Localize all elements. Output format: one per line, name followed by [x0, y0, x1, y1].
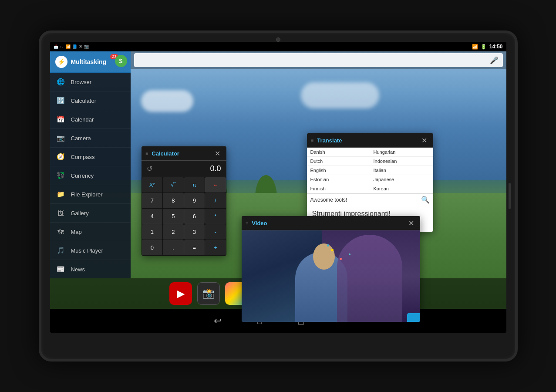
gallery-icon: 🖼	[56, 208, 66, 218]
sidebar: ⚡ Multitasking 23 $ 🌐 Browser 🔢 Calculat…	[50, 51, 131, 278]
lang-indonesian[interactable]: Indonesian	[370, 157, 433, 166]
calculator-display: ↺ 0.0	[142, 161, 226, 177]
status-bar-left: 📩 ↑↓ 📶 📘 ✉ 📷	[54, 44, 89, 49]
calc-btn-sqrt[interactable]: √‾	[163, 177, 184, 193]
sidebar-item-currency[interactable]: 💱 Currency	[50, 166, 131, 185]
calc-btn-5[interactable]: 5	[163, 209, 184, 224]
sidebar-item-camera[interactable]: 📷 Camera	[50, 129, 131, 148]
sidebar-item-file-explorer[interactable]: 📁 File Explorer	[50, 185, 131, 204]
lang-english[interactable]: English	[307, 166, 370, 175]
compass-icon: 🧭	[56, 152, 66, 162]
sidebar-item-label: Compass	[71, 154, 95, 160]
music-icon: 🎵	[56, 246, 66, 255]
video-close-button[interactable]: ✕	[407, 219, 416, 227]
calc-btn-7[interactable]: 7	[142, 193, 163, 208]
lang-hungarian[interactable]: Hungarian	[370, 148, 433, 157]
currency-icon: 💱	[56, 171, 66, 180]
sidebar-header[interactable]: ⚡ Multitasking 23 $	[50, 51, 131, 73]
camera-icon: 📷	[56, 133, 66, 143]
sidebar-item-map[interactable]: 🗺 Map	[50, 223, 131, 241]
back-button[interactable]: ↩	[214, 315, 222, 327]
calc-btn-del[interactable]: ←	[205, 177, 226, 193]
sidebar-item-label: Browser	[71, 79, 92, 85]
calc-btn-2[interactable]: 2	[163, 224, 184, 240]
calculator-close-button[interactable]: ✕	[213, 149, 222, 158]
calc-btn-0[interactable]: 0	[142, 240, 163, 255]
calc-btn-divide[interactable]: /	[205, 193, 226, 208]
search-bar-container: 🎤	[131, 51, 506, 69]
calculator-window: ≡ Calculator ✕ ↺ 0.0 X² √‾ π ← 7 8 9 / 4…	[142, 146, 226, 256]
sidebar-item-label: Currency	[71, 172, 94, 179]
lang-italian[interactable]: Italian	[370, 166, 433, 175]
translate-title: Translate	[317, 137, 416, 144]
sidebar-item-label: File Explorer	[71, 191, 103, 198]
tablet-screen: 📩 ↑↓ 📶 📘 ✉ 📷 📶 🔋 14:50	[50, 42, 506, 333]
calc-btn-1[interactable]: 1	[142, 224, 163, 240]
speaker-grille	[509, 183, 511, 209]
multitasking-icon: ⚡	[55, 56, 67, 68]
sidebar-item-label: Calendar	[71, 116, 94, 123]
translate-window-header[interactable]: ≡ Translate ✕	[307, 133, 433, 148]
calendar-icon: 📅	[56, 115, 66, 124]
lang-dutch[interactable]: Dutch	[307, 157, 370, 166]
file-explorer-icon: 📁	[56, 189, 66, 199]
sidebar-money-icon: $	[115, 55, 127, 67]
translate-language-grid: Danish Hungarian Dutch Indonesian Englis…	[307, 148, 433, 193]
translate-search-icon[interactable]: 🔍	[421, 196, 430, 204]
sidebar-item-label: News	[71, 266, 85, 273]
calc-btn-4[interactable]: 4	[142, 209, 163, 224]
calculator-keypad: X² √‾ π ← 7 8 9 / 4 5 6 * 1 2 3 - 0 . = …	[142, 177, 226, 256]
lang-korean[interactable]: Korean	[370, 184, 433, 193]
calc-btn-decimal[interactable]: .	[163, 240, 184, 255]
news-icon: 📰	[56, 264, 66, 274]
calculator-window-header[interactable]: ≡ Calculator ✕	[142, 146, 226, 161]
video-window-header[interactable]: ≡ Video ✕	[242, 216, 420, 230]
sidebar-item-compass[interactable]: 🧭 Compass	[50, 148, 131, 166]
search-bar[interactable]: 🎤	[134, 53, 503, 67]
calc-btn-x2[interactable]: X²	[142, 177, 163, 193]
lang-finnish[interactable]: Finnish	[307, 184, 370, 193]
video-drag-icon: ≡	[246, 221, 249, 226]
translate-search-row[interactable]: Awesome tools! 🔍	[307, 193, 433, 206]
sidebar-item-calendar[interactable]: 📅 Calendar	[50, 110, 131, 129]
translate-close-button[interactable]: ✕	[420, 136, 429, 145]
sidebar-item-label: Music Player	[71, 247, 103, 254]
sidebar-title: Multitasking	[71, 58, 107, 65]
sidebar-item-label: Camera	[71, 135, 91, 142]
lang-japanese[interactable]: Japanese	[370, 175, 433, 184]
calc-btn-pi[interactable]: π	[184, 177, 205, 193]
sidebar-item-gallery[interactable]: 🖼 Gallery	[50, 204, 131, 223]
dock-camera[interactable]: 📸	[197, 282, 220, 305]
translate-input-field[interactable]: Awesome tools!	[310, 197, 421, 203]
drag-handle-icon: ≡	[146, 151, 148, 156]
calc-btn-subtract[interactable]: -	[205, 224, 226, 240]
lang-danish[interactable]: Danish	[307, 148, 370, 157]
video-window: ≡ Video ✕	[242, 216, 420, 322]
calc-btn-equals[interactable]: =	[184, 240, 205, 255]
tablet-frame: 📩 ↑↓ 📶 📘 ✉ 📷 📶 🔋 14:50	[39, 30, 518, 362]
calc-btn-add[interactable]: +	[205, 240, 226, 255]
map-icon: 🗺	[56, 227, 66, 237]
status-bar: 📩 ↑↓ 📶 📘 ✉ 📷 📶 🔋 14:50	[50, 42, 506, 51]
video-content[interactable]	[242, 230, 420, 322]
browser-icon: 🌐	[56, 77, 66, 87]
sidebar-item-news[interactable]: 📰 News	[50, 260, 131, 278]
dock-youtube[interactable]: ▶	[169, 282, 192, 305]
calc-btn-8[interactable]: 8	[163, 193, 184, 208]
mic-icon[interactable]: 🎤	[490, 56, 499, 64]
sidebar-item-browser[interactable]: 🌐 Browser	[50, 73, 131, 91]
status-time: 14:50	[489, 44, 503, 50]
camera-dot	[276, 37, 280, 42]
calc-refresh-icon: ↺	[147, 165, 152, 173]
calc-btn-multiply[interactable]: *	[205, 209, 226, 224]
sidebar-item-calculator[interactable]: 🔢 Calculator	[50, 91, 131, 110]
calculator-value: 0.0	[156, 164, 221, 173]
calculator-title: Calculator	[152, 150, 209, 157]
lang-estonian[interactable]: Estonian	[307, 175, 370, 184]
sidebar-item-music-player[interactable]: 🎵 Music Player	[50, 241, 131, 260]
sidebar-item-label: Gallery	[71, 210, 89, 216]
calc-btn-3[interactable]: 3	[184, 224, 205, 240]
calc-btn-9[interactable]: 9	[184, 193, 205, 208]
calculator-icon: 🔢	[56, 96, 66, 105]
calc-btn-6[interactable]: 6	[184, 209, 205, 224]
